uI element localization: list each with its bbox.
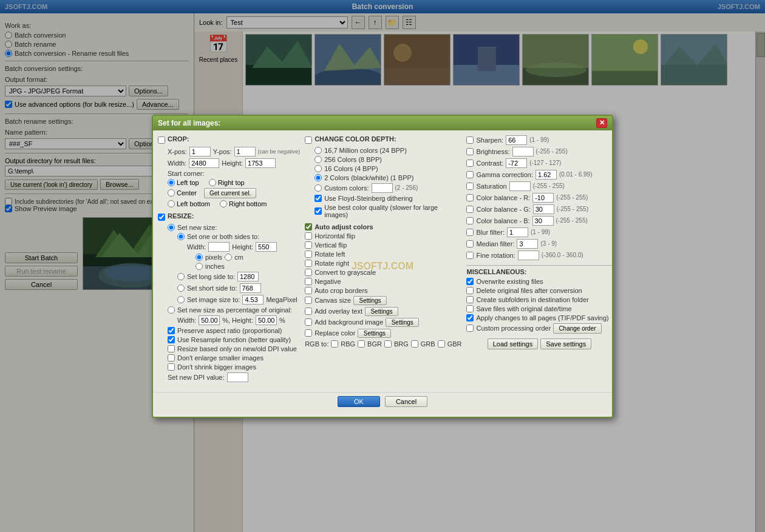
color-b-checkbox[interactable] [466, 217, 474, 224]
grayscale-row[interactable]: Convert to grayscale [305, 269, 461, 276]
grayscale-checkbox[interactable] [305, 269, 312, 276]
saturation-input[interactable] [509, 181, 531, 191]
color-r-checkbox[interactable] [466, 194, 474, 201]
rbg-checkbox[interactable] [331, 340, 338, 348]
long-side-input[interactable] [237, 272, 259, 281]
gbr-checkbox[interactable] [438, 340, 445, 348]
vert-flip-row[interactable]: Vertical flip [305, 241, 461, 249]
fine-rotation-checkbox[interactable] [466, 252, 474, 259]
set-one-both-radio[interactable] [177, 233, 185, 240]
dont-shrink-row[interactable]: Don't shrink bigger images [168, 363, 300, 371]
sharpen-input[interactable] [506, 135, 527, 145]
apply-all-pages-checkbox[interactable] [466, 314, 474, 322]
resize-dpi-checkbox[interactable] [168, 345, 175, 352]
resize-dpi-row[interactable]: Resize based only on new/old DPI value [168, 345, 300, 352]
auto-adjust-checkbox[interactable] [305, 223, 312, 231]
change-order-btn[interactable]: Change order [553, 323, 601, 334]
replace-color-checkbox[interactable] [305, 329, 312, 337]
canvas-settings-btn[interactable]: Settings [353, 296, 387, 305]
rotate-right-checkbox[interactable] [305, 260, 312, 267]
save-date-checkbox[interactable] [466, 305, 474, 312]
delete-original-checkbox[interactable] [466, 287, 474, 294]
pct-height-input[interactable] [256, 315, 277, 325]
short-side-input[interactable] [240, 283, 261, 293]
overwrite-row[interactable]: Overwrite existing files [466, 278, 612, 285]
custom-colors-input[interactable] [372, 183, 393, 193]
24bpp-radio[interactable] [314, 147, 322, 154]
modal-close-btn[interactable]: ✕ [596, 118, 607, 128]
save-settings-btn[interactable]: Save settings [540, 338, 591, 349]
save-date-row[interactable]: Save files with original date/time [466, 305, 612, 312]
bgr-checkbox[interactable] [358, 340, 365, 348]
ok-btn[interactable]: OK [338, 396, 380, 407]
pct-radio[interactable] [168, 306, 175, 314]
overlay-settings-btn[interactable]: Settings [365, 307, 398, 316]
8bpp-row[interactable]: 256 Colors (8 BPP) [314, 156, 461, 163]
gamma-checkbox[interactable] [466, 171, 474, 178]
left-top-radio-label[interactable]: Left top [168, 179, 199, 186]
xpos-input[interactable] [189, 147, 211, 157]
1bpp-radio[interactable] [314, 174, 322, 181]
get-current-sel-btn[interactable]: Get current sel. [204, 188, 256, 198]
custom-radio[interactable] [314, 184, 322, 192]
resize-checkbox[interactable] [158, 214, 165, 221]
use-resample-checkbox[interactable] [168, 336, 175, 343]
color-g-input[interactable] [533, 204, 554, 214]
delete-original-row[interactable]: Delete original files after conversion [466, 287, 612, 294]
overlay-text-checkbox[interactable] [305, 308, 312, 315]
watermark-settings-btn[interactable]: Settings [386, 318, 419, 327]
create-subfolders-checkbox[interactable] [466, 296, 474, 303]
left-bottom-radio-label[interactable]: Left bottom [168, 200, 210, 207]
rotate-left-row[interactable]: Rotate left [305, 251, 461, 258]
sharpen-checkbox[interactable] [466, 136, 474, 144]
brightness-input[interactable] [512, 147, 534, 157]
blur-checkbox[interactable] [466, 229, 474, 236]
center-radio[interactable] [168, 189, 175, 197]
4bpp-radio[interactable] [314, 165, 322, 172]
crop-height-input[interactable] [245, 158, 276, 168]
center-radio-label[interactable]: Center [168, 189, 197, 197]
median-input[interactable] [517, 239, 538, 249]
contrast-checkbox[interactable] [466, 160, 474, 167]
saturation-checkbox[interactable] [466, 183, 474, 190]
best-quality-checkbox[interactable] [314, 207, 322, 215]
horiz-flip-row[interactable]: Horizontal flip [305, 232, 461, 240]
inches-radio[interactable] [195, 263, 203, 270]
color-r-input[interactable] [532, 193, 554, 203]
dont-enlarge-checkbox[interactable] [168, 354, 175, 362]
set-new-size-radio[interactable] [168, 224, 175, 231]
24bpp-row[interactable]: 16,7 Million colors (24 BPP) [314, 147, 461, 154]
rotate-right-row[interactable]: Rotate right [305, 260, 461, 267]
left-top-radio[interactable] [168, 179, 175, 186]
4bpp-row[interactable]: 16 Colors (4 BPP) [314, 165, 461, 172]
vert-flip-checkbox[interactable] [305, 241, 312, 249]
right-bottom-radio-label[interactable]: Right bottom [220, 200, 267, 207]
crop-width-input[interactable] [189, 158, 219, 168]
dpi-input[interactable] [227, 372, 248, 382]
floyd-row[interactable]: Use Floyd-Steinberg dithering [314, 195, 461, 202]
right-top-radio[interactable] [209, 179, 216, 186]
pct-width-input[interactable] [199, 315, 220, 325]
replace-settings-btn[interactable]: Settings [358, 329, 391, 338]
fine-rotation-input[interactable] [518, 251, 539, 260]
brightness-checkbox[interactable] [466, 148, 474, 155]
color-b-input[interactable] [532, 216, 554, 226]
brg-checkbox[interactable] [384, 340, 392, 348]
rotate-left-checkbox[interactable] [305, 251, 312, 258]
negative-checkbox[interactable] [305, 278, 312, 285]
load-settings-btn[interactable]: Load settings [488, 338, 538, 349]
preserve-aspect-row[interactable]: Preserve aspect ratio (proportional) [168, 327, 300, 334]
ypos-input[interactable] [234, 147, 256, 157]
image-size-radio[interactable] [177, 296, 185, 303]
right-bottom-radio[interactable] [220, 200, 227, 207]
cm-radio[interactable] [225, 254, 232, 261]
dont-shrink-checkbox[interactable] [168, 363, 175, 371]
preserve-aspect-checkbox[interactable] [168, 327, 175, 334]
resize-width-input[interactable] [208, 242, 229, 252]
gamma-input[interactable] [536, 170, 557, 180]
use-resample-row[interactable]: Use Resample function (better quality) [168, 336, 300, 343]
auto-adjust-row[interactable]: Auto adjust colors [305, 223, 461, 231]
watermark-checkbox[interactable] [305, 318, 312, 326]
short-side-radio[interactable] [177, 285, 185, 292]
median-checkbox[interactable] [466, 240, 474, 247]
